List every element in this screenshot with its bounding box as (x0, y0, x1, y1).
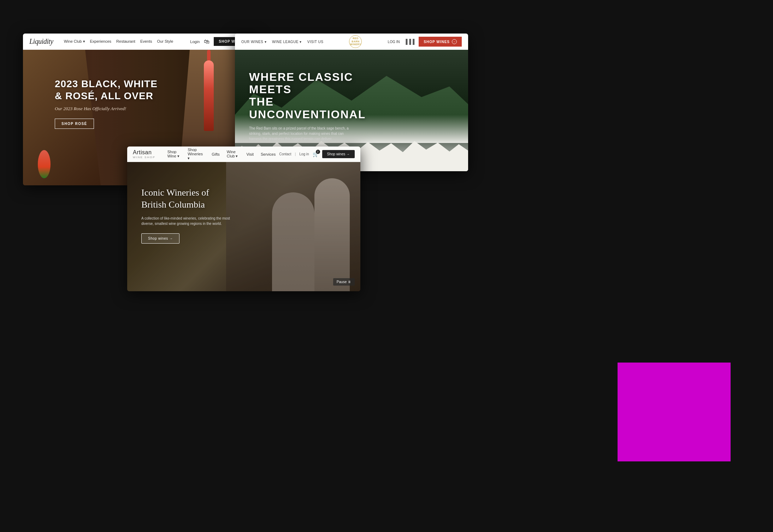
art-nav-services[interactable]: Services (257, 152, 279, 156)
art-hero: Iconic Wineries of British Columbia A co… (127, 162, 360, 291)
art-nav-links: Shop Wine ▾ Shop Wineries ▾ Gifts Wine C… (164, 148, 279, 161)
art-navbar: Artisan WINE SHOP Shop Wine ▾ Shop Winer… (127, 147, 360, 162)
rb-nav-left: OUR WINES ▾ WINE LEAGUE ▾ VISIT US (241, 40, 323, 44)
rb-nav-our-wines[interactable]: OUR WINES ▾ (241, 40, 266, 44)
liq-nav-experiences[interactable]: Experiences (90, 39, 112, 44)
liq-nav-links: Wine Club ▾ Experiences Restaurant Event… (64, 39, 184, 44)
rb-logo-text: RED BARN WINERY (349, 37, 361, 46)
art-hero-shop-button[interactable]: Shop wines → (141, 233, 179, 244)
art-logo-title: Artisan (133, 149, 155, 156)
art-nav-shop-wine[interactable]: Shop Wine ▾ (164, 150, 184, 159)
rb-shop-btn-arrow: → (452, 39, 457, 44)
rb-logo: RED BARN WINERY (349, 35, 362, 48)
magenta-decoration (618, 363, 731, 461)
liq-hero-title: 2023 BLACK, WHITE & ROSÉ, ALL OVER (55, 78, 158, 102)
art-contact-link[interactable]: Contact (279, 152, 291, 156)
rb-bars-icon: ▐▐▐ (404, 39, 415, 44)
art-nav-separator: | (295, 152, 296, 156)
art-nav-visit[interactable]: Visit (243, 152, 257, 156)
liq-login-link[interactable]: Login (190, 40, 200, 44)
rb-nav-visit-us[interactable]: VISIT US (307, 40, 324, 44)
liq-cart-icon[interactable]: 🛍 (204, 38, 210, 45)
art-nav-right: Contact | Log in 🛒 2 Shop wines → (279, 150, 355, 158)
art-hero-desc: A collection of like-minded wineries, ce… (141, 216, 240, 226)
rb-nav-center: RED BARN WINERY (328, 35, 383, 48)
art-hero-content: Iconic Wineries of British Columbia A co… (141, 187, 240, 244)
window-artisan: Artisan WINE SHOP Shop Wine ▾ Shop Winer… (127, 147, 360, 291)
rb-hero-content: WHERE CLASSIC MEETS THE UNCONVENTIONAL T… (249, 71, 376, 159)
liq-hero-subtitle: Our 2023 Rose Has Officially Arrived! (55, 106, 158, 112)
liq-nav-wine-club[interactable]: Wine Club ▾ (64, 39, 85, 44)
art-nav-wine-club[interactable]: Wine Club ▾ (223, 150, 243, 159)
liq-wine-bottle (204, 60, 214, 131)
liq-hero-content: 2023 BLACK, WHITE & ROSÉ, ALL OVER Our 2… (55, 78, 158, 129)
rb-nav-wine-league[interactable]: WINE LEAGUE ▾ (272, 40, 302, 44)
liq-nav-restaurant[interactable]: Restaurant (116, 39, 135, 44)
liq-nav-events[interactable]: Events (140, 39, 152, 44)
art-logo-subtitle: WINE SHOP (133, 156, 155, 159)
art-cart-wrapper: 🛒 2 (313, 151, 319, 157)
liq-nav-our-style[interactable]: Our Style (157, 39, 173, 44)
rb-nav-right: LOG IN ▐▐▐ SHOP WINES → (388, 37, 462, 47)
art-cart-badge: 2 (316, 150, 320, 154)
rb-navbar: OUR WINES ▾ WINE LEAGUE ▾ VISIT US RED B… (235, 34, 468, 50)
rb-hero-desc: The Red Barn sits on a prized parcel of … (249, 126, 355, 142)
liq-hero-shop-rose-button[interactable]: SHOP ROSÉ (55, 119, 94, 129)
art-hero-title: Iconic Wineries of British Columbia (141, 187, 240, 211)
art-nav-gifts[interactable]: Gifts (208, 152, 223, 156)
art-shop-button[interactable]: Shop wines → (322, 150, 355, 158)
liq-logo: Liquidity (29, 37, 53, 46)
art-login-link[interactable]: Log in (299, 152, 309, 156)
liq-navbar: Liquidity Wine Club ▾ Experiences Restau… (23, 34, 256, 50)
art-logo: Artisan WINE SHOP (133, 149, 155, 159)
rb-shop-button[interactable]: SHOP WINES → (419, 37, 462, 47)
art-nav-shop-wineries[interactable]: Shop Wineries ▾ (184, 148, 208, 161)
art-pause-button[interactable]: Pause ⏸ (333, 278, 355, 286)
rb-hero-title: WHERE CLASSIC MEETS THE UNCONVENTIONAL (249, 71, 376, 121)
rb-login-link[interactable]: LOG IN (388, 40, 400, 44)
